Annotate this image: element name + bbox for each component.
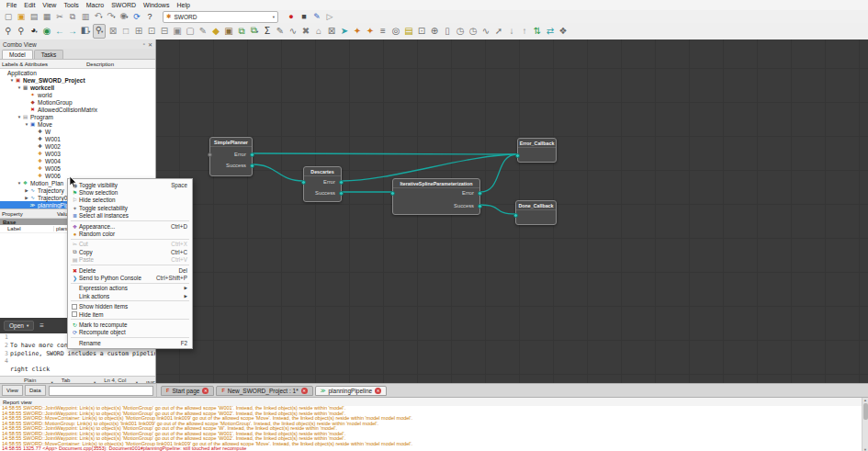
context-hide-item[interactable]: Hide item bbox=[68, 310, 192, 318]
close-tab-icon[interactable]: ✕ bbox=[301, 388, 308, 394]
macro-edit-icon[interactable]: ✎ bbox=[311, 11, 322, 22]
quick-filter-input[interactable] bbox=[49, 386, 153, 396]
tree-item-move[interactable]: ▼▣Move bbox=[0, 120, 155, 128]
sketch-icon[interactable]: ✎ bbox=[275, 26, 286, 37]
output-port-success[interactable] bbox=[478, 204, 482, 209]
view-isometric-icon[interactable]: ⊠ bbox=[107, 26, 118, 37]
sync-view-icon[interactable]: ◉ bbox=[41, 26, 52, 37]
output-port-error[interactable] bbox=[250, 152, 254, 157]
macro-record-icon[interactable]: ● bbox=[286, 11, 297, 22]
close-panel-icon[interactable]: ✕ bbox=[148, 41, 152, 48]
menu-tools[interactable]: Tools bbox=[60, 2, 82, 8]
refresh-icon[interactable]: ⟳ bbox=[131, 11, 142, 22]
menu-macro[interactable]: Macro bbox=[83, 2, 107, 8]
scroll-thumb[interactable] bbox=[863, 403, 868, 420]
context-show-selection[interactable]: ⚑Show selection bbox=[68, 188, 192, 196]
cut-icon[interactable]: ✂ bbox=[54, 11, 65, 22]
tree-item-w003[interactable]: ✚W003 bbox=[0, 150, 155, 157]
context-mark-to-recompute[interactable]: ↻Mark to recompute bbox=[68, 321, 192, 328]
macro-stop-icon[interactable]: ■ bbox=[299, 11, 310, 22]
close-tab-icon[interactable]: ✕ bbox=[202, 388, 209, 394]
clip-plane-icon[interactable]: ◆ bbox=[210, 26, 221, 37]
hand-icon[interactable]: ❖ bbox=[558, 26, 569, 37]
mdi-tab-start-page[interactable]: FStart page✕ bbox=[161, 386, 214, 396]
box-zoom-icon[interactable]: ⚲▾ bbox=[93, 24, 106, 39]
timer-icon[interactable]: ◷ bbox=[455, 26, 466, 37]
editor-menu-icon[interactable]: ≡ bbox=[39, 321, 44, 330]
view-rear-icon[interactable]: ⊟ bbox=[159, 26, 170, 37]
context-recompute-object[interactable]: ⟳Recompute object bbox=[68, 329, 192, 336]
input-port[interactable] bbox=[208, 152, 212, 157]
validate-icon[interactable]: ◉▾ bbox=[118, 10, 130, 23]
curve-icon[interactable]: ∿ bbox=[287, 26, 299, 37]
mdi-tab-planningpipeline[interactable]: ≫planningPipeline✕ bbox=[315, 386, 387, 396]
scroll-up-icon[interactable]: ▲ bbox=[863, 398, 867, 402]
view-top-icon[interactable]: ⊞ bbox=[133, 26, 144, 37]
context-link-actions[interactable]: Link actions▶ bbox=[68, 292, 192, 299]
navigation-style-icon[interactable]: ◕▾ bbox=[28, 25, 39, 38]
tree-item-w005[interactable]: ✚W005 bbox=[0, 164, 155, 172]
redo-icon[interactable]: ↷▾ bbox=[106, 10, 117, 23]
program-doc-icon[interactable]: ▤ bbox=[403, 26, 414, 37]
undo-icon[interactable]: ↶▾ bbox=[93, 10, 104, 23]
tree-item-world[interactable]: ✦world bbox=[0, 91, 155, 98]
paste-icon[interactable]: ▥ bbox=[80, 11, 91, 22]
tree-item-allowedcollisionmatrix[interactable]: ✖AllowedCollisionMatrix bbox=[0, 106, 155, 113]
tab-view[interactable]: View bbox=[2, 385, 23, 396]
tab-model[interactable]: Model bbox=[2, 50, 33, 59]
add-waypoint-icon[interactable]: ⊕ bbox=[429, 26, 440, 37]
menu-edit[interactable]: Edit bbox=[20, 2, 39, 8]
context-appearance[interactable]: ❖Appearance...Ctrl+D bbox=[68, 222, 192, 230]
context-send-to-python-console[interactable]: ❯Send to Python ConsoleCtrl+Shift+P bbox=[68, 274, 192, 281]
save-file-icon[interactable]: ▤ bbox=[28, 11, 39, 22]
robot-tool-icon[interactable]: ✦ bbox=[352, 26, 363, 37]
close-tab-icon[interactable]: ✕ bbox=[375, 388, 381, 394]
texture-icon[interactable]: ▣ bbox=[223, 26, 234, 37]
node-simpleplanner[interactable]: SimplePlannerErrorSuccess bbox=[209, 137, 253, 176]
robot-home-icon[interactable]: ✦ bbox=[365, 26, 376, 37]
input-port[interactable] bbox=[301, 180, 306, 185]
tree-item-w004[interactable]: ✚W004 bbox=[0, 157, 155, 164]
new-view-icon[interactable]: ⧉ bbox=[236, 26, 247, 37]
tab-data[interactable]: Data bbox=[25, 385, 46, 396]
copy-icon[interactable]: ⧉ bbox=[67, 11, 78, 22]
move-down-icon[interactable]: ↓ bbox=[506, 26, 517, 37]
tree-item-workcell[interactable]: ▼▦workcell bbox=[0, 84, 155, 91]
swap-icon[interactable]: ⇅ bbox=[532, 26, 543, 37]
menu-help[interactable]: Help bbox=[173, 2, 193, 8]
context-delete[interactable]: ✖DeleteDel bbox=[68, 266, 192, 274]
fit-all-icon[interactable]: ⚲ bbox=[3, 26, 14, 37]
tree-item-program[interactable]: ▼▤Program bbox=[0, 113, 155, 120]
nav-forward-icon[interactable]: → bbox=[67, 26, 78, 37]
node-error_callback[interactable]: Error_Callback bbox=[517, 138, 557, 163]
scroll-down-icon[interactable]: ▼ bbox=[863, 447, 867, 451]
tab-tasks[interactable]: Tasks bbox=[34, 50, 64, 59]
tree-item-w002[interactable]: ✚W002 bbox=[0, 142, 155, 150]
context-hide-selection[interactable]: ⚐Hide selection bbox=[68, 197, 192, 204]
draw-style-icon[interactable]: ◧▾ bbox=[80, 25, 91, 38]
context-select-all-instances[interactable]: ≣Select all instances bbox=[68, 212, 192, 220]
measure-icon[interactable]: ✎ bbox=[197, 26, 209, 37]
formula-icon[interactable]: Σ bbox=[262, 26, 273, 37]
snapshot-icon[interactable]: ⊡ bbox=[416, 26, 427, 37]
sliders-icon[interactable]: ≡ bbox=[378, 26, 389, 37]
context-random-color[interactable]: ●Random color bbox=[68, 230, 192, 237]
tile-views-icon[interactable]: ⧉▾ bbox=[249, 25, 260, 38]
input-port[interactable] bbox=[515, 153, 520, 158]
target-icon[interactable]: ◎ bbox=[390, 26, 401, 37]
box-select-icon[interactable]: ⊠ bbox=[326, 26, 337, 37]
pointer-icon[interactable]: ➚ bbox=[493, 26, 504, 37]
output-port-error[interactable] bbox=[478, 191, 482, 196]
output-port-error[interactable] bbox=[339, 180, 344, 185]
view-right-icon[interactable]: ⊡ bbox=[146, 26, 157, 37]
context-expression-actions[interactable]: Expression actions▶ bbox=[68, 285, 192, 292]
polygon-icon[interactable]: ⌂ bbox=[313, 26, 324, 37]
context-cut[interactable]: ✂CutCtrl+X bbox=[68, 241, 192, 248]
context-copy[interactable]: ⧉CopyCtrl+C bbox=[68, 248, 192, 255]
panel-icon[interactable]: ▯ bbox=[442, 26, 453, 37]
node-descartes[interactable]: DescartesErrorSuccess bbox=[303, 166, 342, 202]
tree-item-w001[interactable]: ✚W001 bbox=[0, 135, 155, 142]
clock-icon[interactable]: ◷ bbox=[468, 26, 479, 37]
tree-item-motiongroup[interactable]: ◆MotionGroup bbox=[0, 98, 155, 106]
pipeline-canvas[interactable]: SimplePlannerErrorSuccessDescartesErrorS… bbox=[156, 39, 868, 383]
